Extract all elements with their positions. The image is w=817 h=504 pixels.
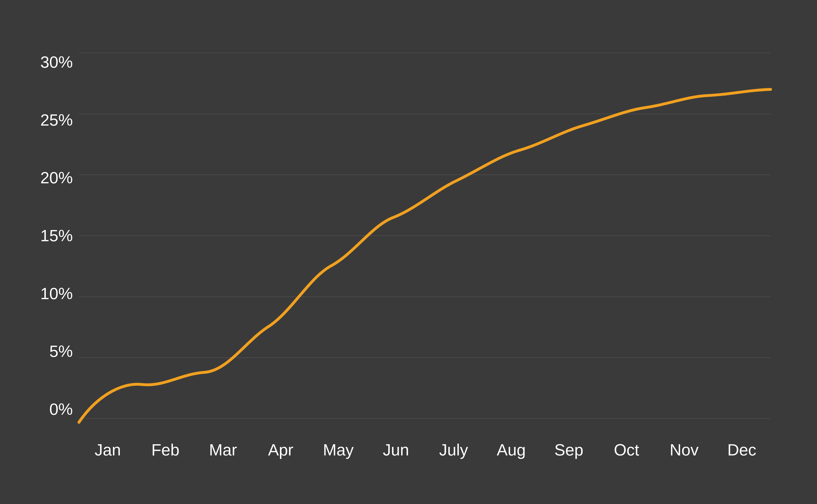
y-axis-labels: 30% 25% 20% 15% 10% 5% 0% <box>32 53 73 419</box>
y-label-0: 0% <box>32 400 73 419</box>
chart-area: 30% 25% 20% 15% 10% 5% 0% <box>79 53 771 419</box>
x-label-jan: Jan <box>79 441 136 459</box>
chart-svg <box>79 53 771 419</box>
x-label-feb: Feb <box>136 441 194 459</box>
y-label-20: 20% <box>32 168 73 187</box>
x-label-aug: Aug <box>482 441 540 459</box>
x-label-sep: Sep <box>540 441 598 459</box>
y-label-25: 25% <box>32 111 73 129</box>
x-label-jun: Jun <box>367 441 425 459</box>
x-label-mar: Mar <box>194 441 252 459</box>
x-label-may: May <box>310 441 367 459</box>
y-label-30: 30% <box>32 53 73 72</box>
x-label-oct: Oct <box>598 441 655 459</box>
x-label-july: July <box>425 441 482 459</box>
data-line <box>79 89 771 422</box>
y-label-10: 10% <box>32 284 73 303</box>
y-label-5: 5% <box>32 342 73 361</box>
x-axis-labels: Jan Feb Mar Apr May Jun July Aug Sep Oct… <box>79 441 771 459</box>
chart-container: 30% 25% 20% 15% 10% 5% 0% <box>22 28 795 476</box>
x-label-apr: Apr <box>252 441 310 459</box>
y-label-15: 15% <box>32 226 73 245</box>
x-label-nov: Nov <box>655 441 713 459</box>
x-label-dec: Dec <box>713 441 771 459</box>
